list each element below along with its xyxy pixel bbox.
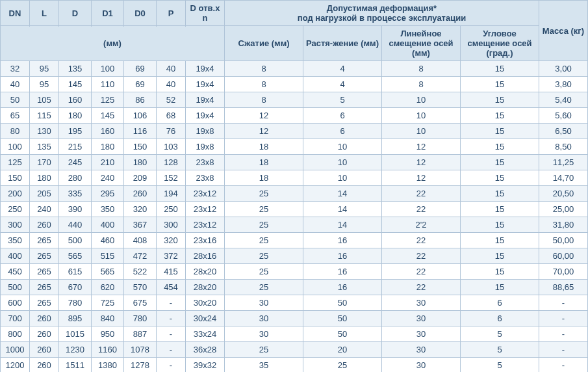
cell-mass: 14,70 bbox=[539, 170, 588, 186]
header-dn: DN bbox=[1, 1, 30, 26]
cell-sz: 8 bbox=[225, 92, 303, 108]
cell-dotv: 19х4 bbox=[186, 61, 225, 77]
cell-dn: 350 bbox=[1, 233, 30, 248]
cell-d1: 145 bbox=[92, 108, 124, 124]
cell-ras: 50 bbox=[303, 311, 382, 326]
table-row: 1200260151113801278-39х323525305- bbox=[1, 358, 588, 373]
header-dotv: D отв.х n bbox=[186, 1, 225, 26]
cell-dotv: 19х8 bbox=[186, 124, 225, 139]
cell-dn: 400 bbox=[1, 248, 30, 264]
cell-l: 260 bbox=[30, 217, 59, 233]
cell-dotv: 19х4 bbox=[186, 92, 225, 108]
cell-ras: 50 bbox=[303, 295, 382, 311]
cell-dotv: 19х4 bbox=[186, 77, 225, 92]
cell-dn: 1200 bbox=[1, 358, 30, 373]
cell-dn: 200 bbox=[1, 186, 30, 202]
cell-d: 895 bbox=[59, 311, 92, 326]
cell-lin: 10 bbox=[382, 108, 461, 124]
cell-l: 265 bbox=[30, 248, 59, 264]
cell-dotv: 28х20 bbox=[186, 280, 225, 295]
cell-dn: 450 bbox=[1, 264, 30, 280]
cell-d1: 950 bbox=[92, 326, 124, 342]
cell-lin: 22 bbox=[382, 233, 461, 248]
cell-d0: 150 bbox=[124, 139, 157, 155]
cell-ras: 16 bbox=[303, 248, 382, 264]
cell-lin: 30 bbox=[382, 311, 461, 326]
table-header: DN L D D1 D0 P D отв.х n Допустимая дефо… bbox=[1, 1, 588, 61]
table-row: 1000260123011601078-36х282520305- bbox=[1, 342, 588, 358]
cell-d1: 125 bbox=[92, 92, 124, 108]
cell-dotv: 23х12 bbox=[186, 202, 225, 217]
cell-sz: 30 bbox=[225, 295, 303, 311]
table-row: 8002601015950887-33х243050305- bbox=[1, 326, 588, 342]
cell-dotv: 30х20 bbox=[186, 295, 225, 311]
cell-mass: 50,00 bbox=[539, 233, 588, 248]
cell-d: 1015 bbox=[59, 326, 92, 342]
cell-sz: 25 bbox=[225, 202, 303, 217]
cell-sz: 30 bbox=[225, 311, 303, 326]
cell-ugl: 15 bbox=[461, 61, 539, 77]
cell-d1: 295 bbox=[92, 186, 124, 202]
cell-p: 454 bbox=[157, 280, 186, 295]
cell-d0: 570 bbox=[124, 280, 157, 295]
cell-lin: 12 bbox=[382, 170, 461, 186]
cell-mass: - bbox=[539, 311, 588, 326]
cell-lin: 30 bbox=[382, 295, 461, 311]
header-l: L bbox=[30, 1, 59, 26]
table-row: 50105160125865219х48510155,40 bbox=[1, 92, 588, 108]
cell-d1: 460 bbox=[92, 233, 124, 248]
cell-ras: 4 bbox=[303, 77, 382, 92]
cell-l: 265 bbox=[30, 295, 59, 311]
cell-d1: 565 bbox=[92, 264, 124, 280]
cell-ugl: 15 bbox=[461, 233, 539, 248]
cell-d1: 840 bbox=[92, 311, 124, 326]
cell-l: 240 bbox=[30, 202, 59, 217]
cell-dotv: 23х12 bbox=[186, 186, 225, 202]
cell-dn: 800 bbox=[1, 326, 30, 342]
cell-p: 194 bbox=[157, 186, 186, 202]
header-d0: D0 bbox=[124, 1, 157, 26]
cell-mass: 25,00 bbox=[539, 202, 588, 217]
cell-l: 180 bbox=[30, 170, 59, 186]
cell-l: 260 bbox=[30, 358, 59, 373]
cell-mass: 3,80 bbox=[539, 77, 588, 92]
cell-sz: 18 bbox=[225, 139, 303, 155]
cell-d: 565 bbox=[59, 248, 92, 264]
cell-dotv: 19х8 bbox=[186, 139, 225, 155]
cell-sz: 35 bbox=[225, 358, 303, 373]
cell-d0: 522 bbox=[124, 264, 157, 280]
cell-dn: 32 bbox=[1, 61, 30, 77]
cell-lin: 22 bbox=[382, 186, 461, 202]
cell-mass: 8,50 bbox=[539, 139, 588, 155]
cell-mass: - bbox=[539, 295, 588, 311]
cell-mass: 11,25 bbox=[539, 155, 588, 170]
cell-ugl: 15 bbox=[461, 139, 539, 155]
cell-sz: 12 bbox=[225, 124, 303, 139]
cell-d: 390 bbox=[59, 202, 92, 217]
cell-dotv: 28х16 bbox=[186, 248, 225, 264]
cell-ras: 5 bbox=[303, 92, 382, 108]
cell-d: 145 bbox=[59, 77, 92, 92]
cell-d1: 180 bbox=[92, 139, 124, 155]
cell-ras: 10 bbox=[303, 170, 382, 186]
cell-d1: 620 bbox=[92, 280, 124, 295]
cell-p: 68 bbox=[157, 108, 186, 124]
cell-lin: 8 bbox=[382, 61, 461, 77]
cell-d0: 1078 bbox=[124, 342, 157, 358]
cell-d: 215 bbox=[59, 139, 92, 155]
cell-ugl: 15 bbox=[461, 186, 539, 202]
cell-ras: 10 bbox=[303, 139, 382, 155]
cell-l: 265 bbox=[30, 233, 59, 248]
cell-l: 95 bbox=[30, 77, 59, 92]
header-p: P bbox=[157, 1, 186, 26]
cell-ras: 25 bbox=[303, 358, 382, 373]
table-row: 20020533529526019423х122514221520,50 bbox=[1, 186, 588, 202]
cell-l: 170 bbox=[30, 155, 59, 170]
cell-d: 670 bbox=[59, 280, 92, 295]
cell-ugl: 15 bbox=[461, 92, 539, 108]
cell-dotv: 19х4 bbox=[186, 108, 225, 124]
cell-d: 500 bbox=[59, 233, 92, 248]
header-mm-unit: (мм) bbox=[1, 26, 225, 61]
spec-table: DN L D D1 D0 P D отв.х n Допустимая дефо… bbox=[0, 0, 588, 372]
table-row: 700260895840780-30х243050306- bbox=[1, 311, 588, 326]
